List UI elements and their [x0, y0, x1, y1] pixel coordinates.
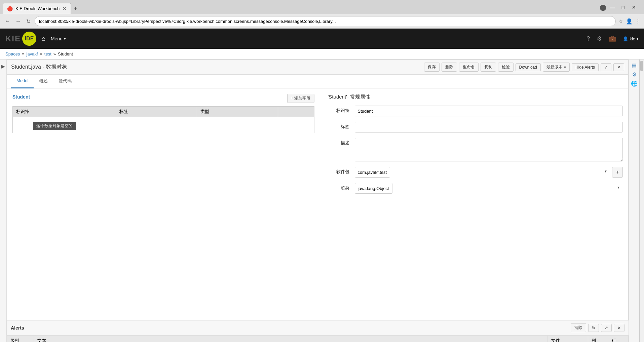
package-label: 软件包: [321, 167, 355, 175]
description-group: 描述: [321, 138, 623, 161]
col-actions: [278, 107, 314, 117]
browser-chrome: 🔴 KIE Drools Workbench ✕ + ⬤ — □ ✕ ← → ↻…: [0, 0, 644, 29]
package-select-wrapper: com.javakf.test: [355, 167, 610, 178]
latest-version-button[interactable]: 最新版本 ▾: [543, 63, 570, 72]
address-input[interactable]: [35, 16, 616, 26]
breadcrumb-student: Student: [58, 51, 73, 56]
alerts-actions: 清除 ↻ ⤢ ✕: [571, 323, 624, 332]
col-file: 文件: [548, 336, 588, 342]
expand-editor-button[interactable]: ⤢: [601, 63, 611, 71]
alerts-title: Alerts: [11, 325, 571, 331]
add-field-button[interactable]: + 添加字段: [287, 94, 314, 103]
breadcrumb-sep3: »: [53, 51, 56, 56]
hide-alerts-button[interactable]: Hide Alerts: [572, 63, 599, 71]
editor-panel: Student.java - 数据对象 保存 删除 重命名 复制 检验 Down…: [7, 60, 629, 320]
tab-bar: 🔴 KIE Drools Workbench ✕ + ⬤ — □ ✕: [0, 0, 644, 14]
right-panel-icon1[interactable]: ▤: [632, 62, 637, 69]
breadcrumb-test[interactable]: test: [44, 51, 51, 56]
back-button[interactable]: ←: [3, 17, 11, 25]
identifier-input[interactable]: [355, 106, 623, 116]
save-button[interactable]: 保存: [424, 63, 440, 72]
home-button[interactable]: ⌂: [42, 35, 45, 42]
tab-title: KIE Drools Workbench: [15, 6, 60, 11]
menu-arrow-icon: ▾: [64, 37, 66, 41]
help-icon[interactable]: ?: [586, 35, 590, 42]
favicon: 🔴: [7, 6, 13, 11]
breadcrumb-spaces[interactable]: Spaces: [5, 51, 20, 56]
download-button[interactable]: Download: [516, 63, 541, 71]
menu-label: Menu: [51, 36, 63, 41]
label-label: 标签: [321, 122, 355, 130]
alerts-close-button[interactable]: ✕: [614, 324, 624, 332]
col-identifier: 标识符: [13, 107, 116, 117]
scrollbar-thumb[interactable]: [640, 61, 643, 71]
package-group: 软件包 com.javakf.test +: [321, 167, 623, 178]
col-label: 标签: [116, 107, 197, 117]
maximize-button[interactable]: □: [618, 3, 628, 12]
rename-button[interactable]: 重命名: [459, 63, 479, 72]
description-textarea[interactable]: [355, 138, 623, 161]
label-input[interactable]: [355, 122, 623, 132]
superclass-label: 超类: [321, 183, 355, 191]
breadcrumb: Spaces » javakf » test » Student: [0, 49, 644, 60]
copy-button[interactable]: 复制: [481, 63, 496, 72]
menu-button[interactable]: Menu ▾: [51, 36, 66, 41]
right-panel-icon2[interactable]: ⚙: [632, 71, 637, 78]
col-text: 文本: [34, 336, 548, 342]
delete-button[interactable]: 删除: [442, 63, 457, 72]
right-sidebar: ▤ ⚙ 🌐: [629, 60, 639, 342]
editor-model-content: Student + 添加字段 标识符 标签 类型: [7, 88, 628, 204]
latest-version-label: 最新版本: [546, 64, 563, 70]
case-icon[interactable]: 💼: [609, 35, 616, 42]
bookmark-icon[interactable]: ☆: [618, 18, 623, 25]
alerts-expand-button[interactable]: ⤢: [601, 324, 612, 332]
username-label: kie: [630, 36, 635, 41]
superclass-select[interactable]: java.lang.Object: [355, 183, 392, 194]
label-group: 标签: [321, 122, 623, 132]
minimize-button[interactable]: —: [608, 3, 617, 12]
close-window-button[interactable]: ✕: [629, 3, 639, 12]
alerts-clear-button[interactable]: 清除: [571, 323, 586, 332]
breadcrumb-javakf[interactable]: javakf: [27, 51, 38, 56]
tab-close-button[interactable]: ✕: [62, 5, 67, 12]
settings-icon[interactable]: ⚙: [597, 35, 602, 42]
ide-badge: IDE: [22, 32, 36, 46]
browser-tab[interactable]: 🔴 KIE Drools Workbench ✕: [3, 3, 71, 14]
tab-overview[interactable]: 概述: [34, 75, 53, 88]
close-editor-button[interactable]: ✕: [613, 63, 624, 71]
alerts-refresh-button[interactable]: ↻: [588, 324, 599, 332]
tab-model[interactable]: Model: [11, 75, 34, 88]
new-tab-button[interactable]: +: [71, 4, 80, 13]
col-col: 列: [588, 336, 608, 342]
editor-tabs: Model 概述 源代码: [7, 75, 628, 88]
alerts-panel: Alerts 清除 ↻ ⤢ ✕ 级别 文本 文件 列 行: [7, 320, 629, 342]
user-account-icon[interactable]: 👤: [626, 18, 633, 25]
sidebar-toggle-icon[interactable]: ▶: [1, 64, 5, 69]
forward-button[interactable]: →: [14, 17, 22, 25]
kie-logo: KIE: [5, 34, 21, 43]
user-menu-button[interactable]: 👤 kie ▾: [623, 36, 639, 41]
package-select-group: com.javakf.test +: [355, 167, 623, 178]
main-wrapper: ▶ Student.java - 数据对象 保存 删除 重命名 复制 检验 Do…: [0, 60, 644, 342]
validate-button[interactable]: 检验: [498, 63, 514, 72]
menu-dots-icon[interactable]: ⋮: [635, 18, 641, 25]
left-panel: Student + 添加字段 标识符 标签 类型: [12, 94, 314, 199]
vertical-scrollbar[interactable]: [639, 60, 644, 342]
identifier-label: 标识符: [321, 106, 355, 114]
latest-version-arrow-icon: ▾: [564, 65, 566, 70]
object-name: Student: [12, 94, 30, 100]
package-select[interactable]: com.javakf.test: [355, 167, 390, 178]
refresh-button[interactable]: ↻: [25, 17, 32, 25]
identifier-group: 标识符: [321, 106, 623, 116]
col-row: 行: [608, 336, 629, 342]
editor-header: Student.java - 数据对象 保存 删除 重命名 复制 检验 Down…: [7, 60, 628, 75]
editor-actions: 保存 删除 重命名 复制 检验 Download 最新版本 ▾ Hide Ale…: [424, 63, 624, 72]
superclass-select-wrapper: java.lang.Object: [355, 183, 623, 194]
user-arrow-icon: ▾: [637, 37, 639, 41]
tab-source[interactable]: 源代码: [53, 75, 77, 88]
package-add-button[interactable]: +: [612, 167, 623, 178]
alerts-table: 级别 文本 文件 列 行 ℹ Build of module 'test' (r…: [7, 335, 629, 342]
right-panel-icon3[interactable]: 🌐: [631, 80, 638, 87]
superclass-group: 超类 java.lang.Object: [321, 183, 623, 194]
editor-title: Student.java - 数据对象: [11, 64, 424, 71]
